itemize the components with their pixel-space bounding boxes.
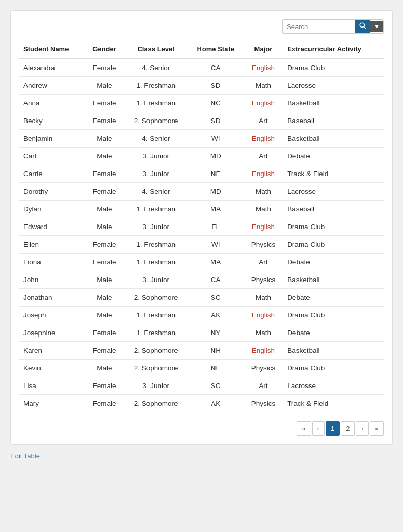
cell-activity: Basketball bbox=[283, 95, 384, 112]
cell-home-state: NE bbox=[188, 360, 244, 377]
cell-activity: Track & Field bbox=[283, 395, 384, 413]
search-button[interactable] bbox=[355, 20, 370, 33]
cell-class-level: 3. Junior bbox=[124, 377, 188, 395]
cell-class-level: 2. Sophomore bbox=[124, 360, 188, 377]
cell-name: Jonathan bbox=[19, 289, 85, 307]
cell-class-level: 2. Sophomore bbox=[124, 395, 188, 413]
cell-class-level: 2. Sophomore bbox=[124, 289, 188, 307]
edit-table-link[interactable]: Edit Table bbox=[10, 452, 393, 460]
cell-class-level: 1. Freshman bbox=[124, 307, 188, 324]
table-row: Carrie Female 3. Junior NE English Track… bbox=[19, 165, 384, 183]
cell-gender: Male bbox=[85, 271, 124, 289]
cell-name: Kevin bbox=[19, 360, 85, 377]
cell-major: Math bbox=[244, 289, 283, 307]
cell-gender: Male bbox=[85, 289, 124, 307]
search-input[interactable] bbox=[283, 21, 355, 33]
pagination-last-button[interactable]: » bbox=[370, 421, 384, 436]
cell-activity: Basketball bbox=[283, 130, 384, 148]
cell-name: Dylan bbox=[19, 201, 85, 218]
cell-name: Josephine bbox=[19, 324, 85, 342]
cell-name: John bbox=[19, 271, 85, 289]
cell-major: Physics bbox=[244, 360, 283, 377]
pagination-prev-button[interactable]: ‹ bbox=[312, 421, 325, 436]
table-row: Joseph Male 1. Freshman AK English Drama… bbox=[19, 307, 384, 324]
students-table: Student Name Gender Class Level Home Sta… bbox=[19, 40, 384, 412]
cell-name: Carrie bbox=[19, 165, 85, 183]
cell-major: English bbox=[244, 95, 283, 112]
cell-class-level: 3. Junior bbox=[124, 271, 188, 289]
cell-class-level: 1. Freshman bbox=[124, 95, 188, 112]
cell-gender: Female bbox=[85, 324, 124, 342]
cell-home-state: WI bbox=[188, 130, 244, 148]
cell-name: Carl bbox=[19, 148, 85, 165]
pagination-page-1-button[interactable]: 1 bbox=[326, 421, 340, 436]
cell-gender: Female bbox=[85, 395, 124, 413]
cell-major: Art bbox=[244, 254, 283, 271]
cell-activity: Basketball bbox=[283, 271, 384, 289]
col-major: Major bbox=[244, 40, 283, 59]
cell-gender: Male bbox=[85, 218, 124, 236]
toolbar: ▼ bbox=[19, 19, 384, 34]
cell-activity: Basketball bbox=[283, 342, 384, 360]
cell-gender: Male bbox=[85, 360, 124, 377]
table-row: Benjamin Male 4. Senior WI English Baske… bbox=[19, 130, 384, 148]
cell-class-level: 4. Senior bbox=[124, 59, 188, 77]
cell-gender: Female bbox=[85, 236, 124, 254]
cell-gender: Male bbox=[85, 130, 124, 148]
cell-activity: Track & Field bbox=[283, 165, 384, 183]
cell-gender: Male bbox=[85, 307, 124, 324]
table-body: Alexandra Female 4. Senior CA English Dr… bbox=[19, 59, 384, 412]
pagination: « ‹ 1 2 › » bbox=[19, 421, 384, 436]
table-row: Carl Male 3. Junior MD Art Debate bbox=[19, 148, 384, 165]
cell-major: Art bbox=[244, 377, 283, 395]
cell-name: Anna bbox=[19, 95, 85, 112]
cell-gender: Female bbox=[85, 112, 124, 130]
cell-name: Edward bbox=[19, 218, 85, 236]
cell-activity: Drama Club bbox=[283, 218, 384, 236]
cell-activity: Debate bbox=[283, 148, 384, 165]
cell-activity: Drama Club bbox=[283, 59, 384, 77]
svg-line-1 bbox=[364, 27, 366, 29]
table-row: Lisa Female 3. Junior SC Art Lacrosse bbox=[19, 377, 384, 395]
table-row: John Male 3. Junior CA Physics Basketbal… bbox=[19, 271, 384, 289]
table-row: Alexandra Female 4. Senior CA English Dr… bbox=[19, 59, 384, 77]
cell-class-level: 4. Senior bbox=[124, 183, 188, 201]
cell-home-state: MA bbox=[188, 201, 244, 218]
cell-gender: Male bbox=[85, 77, 124, 95]
cell-name: Mary bbox=[19, 395, 85, 413]
cell-gender: Female bbox=[85, 377, 124, 395]
table-row: Josephine Female 1. Freshman NY Math Deb… bbox=[19, 324, 384, 342]
search-icon bbox=[359, 22, 366, 29]
cell-class-level: 1. Freshman bbox=[124, 77, 188, 95]
cell-major: Art bbox=[244, 148, 283, 165]
cell-class-level: 3. Junior bbox=[124, 165, 188, 183]
header-row: Student Name Gender Class Level Home Sta… bbox=[19, 40, 384, 59]
cell-class-level: 2. Sophomore bbox=[124, 112, 188, 130]
cell-gender: Male bbox=[85, 148, 124, 165]
col-class-level: Class Level bbox=[124, 40, 188, 59]
table-header: Student Name Gender Class Level Home Sta… bbox=[19, 40, 384, 59]
cell-gender: Female bbox=[85, 342, 124, 360]
table-row: Ellen Female 1. Freshman WI Physics Dram… bbox=[19, 236, 384, 254]
cell-home-state: NC bbox=[188, 95, 244, 112]
table-row: Dorothy Female 4. Senior MD Math Lacross… bbox=[19, 183, 384, 201]
cell-home-state: MD bbox=[188, 183, 244, 201]
pagination-first-button[interactable]: « bbox=[297, 421, 311, 436]
search-dropdown-button[interactable]: ▼ bbox=[370, 21, 383, 32]
table-row: Edward Male 3. Junior FL English Drama C… bbox=[19, 218, 384, 236]
pagination-page-2-button[interactable]: 2 bbox=[341, 421, 355, 436]
cell-activity: Debate bbox=[283, 324, 384, 342]
cell-activity: Lacrosse bbox=[283, 77, 384, 95]
chevron-down-icon: ▼ bbox=[374, 23, 380, 30]
table-row: Dylan Male 1. Freshman MA Math Baseball bbox=[19, 201, 384, 218]
cell-name: Dorothy bbox=[19, 183, 85, 201]
cell-activity: Debate bbox=[283, 254, 384, 271]
cell-major: Math bbox=[244, 201, 283, 218]
cell-gender: Female bbox=[85, 95, 124, 112]
cell-activity: Drama Club bbox=[283, 236, 384, 254]
col-home-state: Home State bbox=[188, 40, 244, 59]
table-row: Mary Female 2. Sophomore AK Physics Trac… bbox=[19, 395, 384, 413]
pagination-next-button[interactable]: › bbox=[356, 421, 368, 436]
cell-home-state: SC bbox=[188, 377, 244, 395]
cell-class-level: 2. Sophomore bbox=[124, 342, 188, 360]
